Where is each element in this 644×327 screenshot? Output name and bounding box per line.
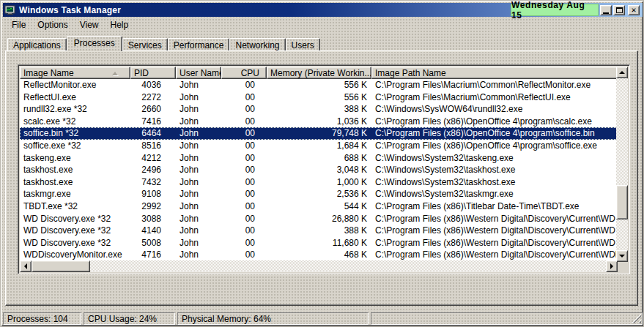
cell-pid: 4212 [130,152,176,165]
tab-applications[interactable]: Applications [7,38,67,50]
menu-view[interactable]: View [74,18,105,31]
titlebar-date-display: Wednesday Aug 15 [511,4,599,16]
scroll-down-button[interactable] [616,250,628,262]
cell-user-name: John [176,237,221,249]
cell-cpu: 00 [221,237,267,249]
cell-pid: 2992 [130,200,176,213]
column-header-cpu[interactable]: CPU [221,67,267,79]
cell-pid: 8516 [130,140,176,152]
tab-processes[interactable]: Processes [67,36,122,51]
table-row[interactable]: taskhost.exe 2496 John 00 3,048 K C:\Win… [20,164,618,176]
cell-user-name: John [176,140,221,152]
cell-image-name: WD Discovery.exe *32 [20,213,130,225]
tab-networking[interactable]: Networking [229,38,285,50]
maximize-button[interactable] [613,5,625,15]
table-row[interactable]: TBDT.exe *32 2992 John 00 544 K C:\Progr… [20,200,618,213]
scroll-left-button[interactable] [20,260,32,272]
table-row[interactable]: soffice.bin *32 6464 John 00 79,748 K C:… [20,127,618,140]
arrow-left-icon [24,263,27,269]
vertical-scroll-thumb[interactable] [616,185,628,219]
horizontal-scroll-thumb[interactable] [32,260,90,272]
cell-memory: 468 K [267,249,371,261]
tab-services[interactable]: Services [122,38,168,50]
status-bar: Processes: 104 CPU Usage: 24% Physical M… [3,312,643,326]
cell-cpu: 00 [221,213,267,225]
title-bar: Windows Task Manager Wednesday Aug 15 ✕ [3,3,643,17]
cell-image-name: taskhost.exe [20,164,130,176]
column-header-memory[interactable]: Memory (Private Workin... [267,67,371,79]
table-row[interactable]: WD Discovery.exe *32 3088 John 00 26,880… [20,213,618,225]
status-cpu-usage: CPU Usage: 24% [84,312,175,325]
cell-cpu: 00 [221,225,267,237]
menu-file[interactable]: File [6,18,32,31]
status-spacer [371,312,643,325]
cell-user-name: John [176,79,221,91]
menu-options[interactable]: Options [32,18,73,31]
vertical-scroll-track[interactable] [616,78,628,250]
vertical-scrollbar[interactable] [616,67,628,262]
cell-memory: 388 K [267,103,371,116]
cell-memory: 544 K [267,200,371,213]
cell-image-name: rundll32.exe *32 [20,103,130,116]
cell-image-path: C:\Program Files\Macrium\Common\ReflectU… [371,91,618,104]
table-row[interactable]: taskmgr.exe 9108 John 00 2,536 K C:\Wind… [20,188,618,200]
cell-image-name: ReflectUI.exe [20,91,130,104]
minimize-icon [603,12,609,14]
cell-memory: 688 K [267,152,371,165]
cell-pid: 7432 [130,176,176,189]
status-processes: Processes: 104 [3,312,81,325]
minimize-button[interactable] [600,5,612,15]
cell-memory: 1,684 K [267,140,371,152]
column-header-image-name[interactable]: Image Name [20,67,130,79]
cell-pid: 4140 [130,225,176,237]
cell-image-name: scalc.exe *32 [20,116,130,128]
column-header-user-name[interactable]: User Name [176,67,221,79]
tab-performance[interactable]: Performance [168,38,230,50]
sort-ascending-icon [112,72,118,75]
cell-user-name: John [176,176,221,189]
cell-memory: 556 K [267,79,371,91]
horizontal-scrollbar[interactable] [20,260,618,272]
column-header-pid[interactable]: PID [130,67,176,79]
close-button[interactable]: ✕ [628,5,640,15]
table-row[interactable]: taskeng.exe 4212 John 00 688 K C:\Window… [20,152,618,165]
tab-users[interactable]: Users [286,38,320,50]
menu-help[interactable]: Help [105,18,135,31]
menu-bar: File Options View Help [3,18,643,31]
cell-cpu: 00 [221,140,267,152]
cell-memory: 3,048 K [267,164,371,176]
table-row[interactable]: rundll32.exe *32 2660 John 00 388 K C:\W… [20,103,618,116]
table-row[interactable]: WDDiscoveryMonitor.exe 4716 John 00 468 … [20,249,618,261]
table-row[interactable]: scalc.exe *32 7416 John 00 1,036 K C:\Pr… [20,116,618,128]
scroll-right-button[interactable] [606,260,618,272]
app-icon [4,4,16,16]
cell-memory: 26,880 K [267,213,371,225]
cell-image-path: C:\Windows\System32\taskhost.exe [371,164,618,176]
cell-user-name: John [176,213,221,225]
resize-grip[interactable] [632,314,641,323]
table-row[interactable]: WD Discovery.exe *32 4140 John 00 388 K … [20,225,618,237]
cell-user-name: John [176,152,221,165]
cell-image-name: taskmgr.exe [20,188,130,200]
tab-strip: Applications Processes Services Performa… [7,35,320,51]
cell-image-path: C:\Program Files (x86)\OpenOffice 4\prog… [371,116,618,128]
cell-image-name: WDDiscoveryMonitor.exe [20,249,130,261]
cell-user-name: John [176,116,221,128]
arrow-right-icon [610,263,613,269]
cell-user-name: John [176,164,221,176]
cell-image-path: C:\Windows\SysWOW64\rundll32.exe [371,103,618,116]
table-row[interactable]: ReflectUI.exe 2272 John 00 556 K C:\Prog… [20,91,618,104]
horizontal-scroll-track[interactable] [32,260,606,272]
cell-image-path: C:\Program Files (x86)\Western Digital\D… [371,213,618,225]
cell-image-name: soffice.exe *32 [20,140,130,152]
table-row[interactable]: soffice.exe *32 8516 John 00 1,684 K C:\… [20,140,618,152]
scroll-up-button[interactable] [616,67,628,78]
column-header-image-path[interactable]: Image Path Name [371,67,618,79]
cell-pid: 7416 [130,116,176,128]
cell-image-path: C:\Program Files (x86)\Titlebar Date-Tim… [371,200,618,213]
table-row[interactable]: WD Discovery.exe *32 5008 John 00 11,680… [20,237,618,249]
cell-image-path: C:\Windows\System32\taskeng.exe [371,152,618,165]
table-row[interactable]: taskhost.exe 7432 John 00 1,000 K C:\Win… [20,176,618,189]
table-row[interactable]: ReflectMonitor.exe 4036 John 00 556 K C:… [20,79,618,91]
cell-cpu: 00 [221,176,267,189]
